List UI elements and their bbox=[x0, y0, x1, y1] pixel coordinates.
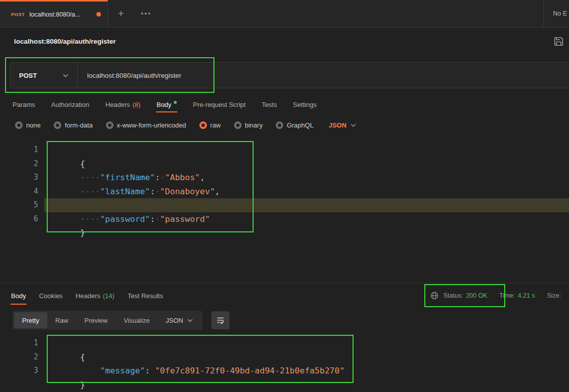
response-tab-body[interactable]: Body bbox=[11, 283, 26, 308]
chevron-down-icon bbox=[63, 74, 68, 77]
wrap-text-button[interactable] bbox=[211, 311, 230, 329]
tab-authorization[interactable]: Authorization bbox=[51, 95, 89, 113]
url-input[interactable]: localhost:8080/api/auth/register bbox=[78, 63, 569, 88]
chevron-down-icon bbox=[187, 319, 193, 322]
code-line: 1{ bbox=[0, 336, 569, 350]
request-body-editor[interactable]: 1{ 2····"firstName":·"Abbos", 3····"last… bbox=[0, 137, 569, 283]
view-raw-button[interactable]: Raw bbox=[47, 312, 76, 328]
response-tab-headers[interactable]: Headers (14) bbox=[76, 283, 115, 308]
code-line-highlighted: 5····"password":·"password" bbox=[0, 198, 569, 212]
response-language-dropdown[interactable]: JSON bbox=[158, 317, 201, 324]
unsaved-indicator-dot bbox=[96, 12, 101, 17]
radio-icon bbox=[234, 121, 242, 129]
line-number: 2 bbox=[0, 157, 38, 171]
radio-icon bbox=[15, 121, 23, 129]
request-tab[interactable]: POST localhost:8080/a... bbox=[0, 0, 108, 27]
tab-options-icon[interactable] bbox=[134, 0, 157, 27]
code-line: 3····"lastName":·"Donaboyev", bbox=[0, 171, 569, 185]
tab-bar: POST localhost:8080/a... + No E bbox=[0, 0, 569, 28]
radio-binary[interactable]: binary bbox=[234, 121, 263, 129]
code-line: 3} bbox=[0, 364, 569, 378]
response-tab-test-results[interactable]: Test Results bbox=[128, 283, 163, 308]
radio-x-www-form-urlencoded[interactable]: x-www-form-urlencoded bbox=[106, 121, 186, 129]
line-number: 5 bbox=[0, 198, 38, 212]
line-number: 3 bbox=[0, 171, 38, 185]
request-tabs: Params Authorization Headers (8) Body Pr… bbox=[0, 95, 569, 113]
radio-graphql[interactable]: GraphQL bbox=[276, 121, 313, 129]
save-button[interactable] bbox=[551, 34, 566, 49]
radio-icon bbox=[54, 121, 61, 129]
tab-settings[interactable]: Settings bbox=[293, 95, 316, 113]
url-row: POST localhost:8080/api/auth/register bbox=[0, 55, 569, 95]
tab-method-badge: POST bbox=[11, 12, 25, 17]
code-line: 4····"email":·"faangfan@gmail.com", bbox=[0, 185, 569, 199]
view-preview-button[interactable]: Preview bbox=[76, 312, 116, 328]
response-headers-count: (14) bbox=[103, 292, 115, 300]
code-line: 1{ bbox=[0, 143, 569, 157]
wrap-text-icon bbox=[216, 316, 225, 325]
tab-body[interactable]: Body bbox=[157, 95, 177, 113]
radio-none[interactable]: none bbox=[15, 121, 41, 129]
radio-icon bbox=[106, 121, 113, 129]
status-value[interactable]: 200 OK bbox=[466, 292, 487, 299]
environment-selector[interactable]: No E bbox=[544, 0, 569, 27]
radio-selected-icon bbox=[199, 121, 207, 129]
line-number: 4 bbox=[0, 185, 38, 199]
method-dropdown[interactable]: POST bbox=[11, 63, 78, 88]
code-line: 2····"firstName":·"Abbos", bbox=[0, 157, 569, 171]
new-tab-button[interactable]: + bbox=[108, 0, 134, 27]
time-value[interactable]: 4.21 s bbox=[518, 292, 535, 299]
view-visualize-button[interactable]: Visualize bbox=[116, 312, 158, 328]
save-icon bbox=[553, 36, 564, 47]
globe-icon bbox=[430, 292, 438, 300]
tab-tests[interactable]: Tests bbox=[262, 95, 277, 113]
radio-form-data[interactable]: form-data bbox=[54, 121, 93, 129]
size-label: Size: bbox=[547, 292, 561, 299]
code-line: 6} bbox=[0, 212, 569, 226]
line-number: 1 bbox=[0, 143, 38, 157]
response-body-editor[interactable]: 1{ 2 "message": "0fe7c891-72f0-49bd-ad94… bbox=[0, 332, 569, 392]
status-label: Status: bbox=[443, 292, 463, 299]
chevron-down-icon bbox=[351, 123, 356, 127]
view-pretty-button[interactable]: Pretty bbox=[14, 312, 47, 328]
response-meta: Status: 200 OK Time: 4.21 s Size: bbox=[430, 283, 561, 308]
time-label: Time: bbox=[499, 292, 515, 299]
code-line: 2 "message": "0fe7c891-72f0-49bd-ad94-21… bbox=[0, 350, 569, 364]
radio-icon bbox=[276, 121, 283, 129]
method-label: POST bbox=[19, 72, 37, 79]
tab-title: localhost:8080/a... bbox=[29, 11, 92, 18]
tab-params[interactable]: Params bbox=[13, 95, 35, 113]
radio-raw[interactable]: raw bbox=[199, 121, 221, 129]
tab-headers[interactable]: Headers (8) bbox=[105, 95, 141, 113]
body-mode-row: none form-data x-www-form-urlencoded raw… bbox=[0, 113, 569, 137]
response-tab-cookies[interactable]: Cookies bbox=[39, 283, 63, 308]
line-number: 1 bbox=[0, 336, 38, 350]
line-number: 3 bbox=[0, 364, 38, 378]
url-container: POST localhost:8080/api/auth/register bbox=[10, 62, 569, 88]
line-number: 6 bbox=[0, 212, 38, 226]
close-brace: } bbox=[80, 228, 85, 237]
line-number: 2 bbox=[0, 350, 38, 364]
headers-count: (8) bbox=[133, 101, 141, 108]
three-dots-icon bbox=[141, 13, 143, 15]
close-brace: } bbox=[80, 380, 85, 389]
request-name: localhost:8080/api/auth/register bbox=[14, 38, 551, 45]
raw-language-dropdown[interactable]: JSON bbox=[328, 121, 356, 129]
postman-app: POST localhost:8080/a... + No E localhos… bbox=[0, 0, 569, 392]
body-present-dot bbox=[174, 101, 177, 104]
response-header: Body Cookies Headers (14) Test Results S… bbox=[0, 283, 569, 308]
request-title-bar: localhost:8080/api/auth/register bbox=[0, 28, 569, 55]
response-view-switcher: Pretty Raw Preview Visualize JSON bbox=[13, 311, 202, 330]
tab-pre-request-script[interactable]: Pre-request Script bbox=[193, 95, 246, 113]
response-toolbar: Pretty Raw Preview Visualize JSON bbox=[0, 308, 569, 332]
